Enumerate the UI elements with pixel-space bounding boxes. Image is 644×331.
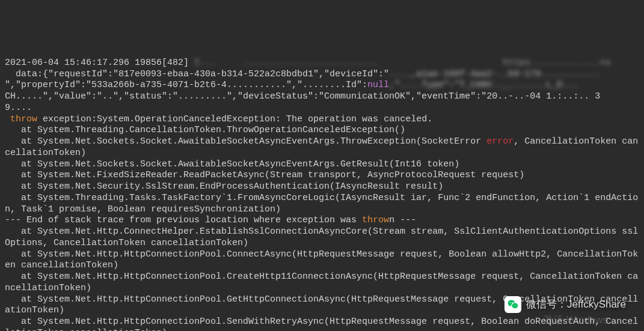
stack-line: at System.Net.Http.HttpConnectionPool.Co… (5, 249, 638, 271)
stack-end-line: --- End of stack trace from previous loc… (5, 215, 416, 225)
stack-line: at System.Net.Sockets.Socket.AwaitableSo… (5, 136, 638, 158)
log-line-header: 2021-06-04 15:46:17.296 19856[482] I... … (5, 58, 611, 68)
stack-line: at System.Net.Http.HttpConnectionPool.Ge… (5, 294, 638, 316)
log-line-blur (5, 46, 643, 56)
stack-line: at System.Net.Security.SslStream.EndProc… (5, 181, 443, 192)
log-json-line-4: 9.... (5, 103, 32, 113)
stack-line: at System.Threading.CancellationToken.Th… (5, 125, 405, 135)
log-json-line-1: data:{"requestId":"817e0093-ebaa-430a-b3… (5, 69, 600, 79)
log-json-line-2: ","propertyId":"533a266b-a735-4071-b2t6-… (5, 80, 578, 90)
stack-line: at System.Net.Http.HttpConnectionPool.Se… (5, 317, 638, 331)
stack-line: at System.Net.Http.HttpConnectionPool.Cr… (5, 272, 638, 293)
stack-line: at System.Net.FixedSizeReader.ReadPacket… (5, 170, 524, 180)
stack-line: at System.Net.Sockets.Socket.AwaitableSo… (5, 159, 459, 169)
throw-line: throw exception:System.OperationCanceled… (5, 114, 432, 124)
terminal-output[interactable]: 2021-06-04 15:46:17.296 19856[482] I... … (5, 46, 639, 331)
log-json-line-3: CH.....","value":"..","status":"........… (5, 91, 600, 102)
stack-line: at System.Net.Http.ConnectHelper.Establi… (5, 226, 638, 248)
stack-line: at System.Threading.Tasks.TaskFactory`1.… (5, 193, 638, 214)
